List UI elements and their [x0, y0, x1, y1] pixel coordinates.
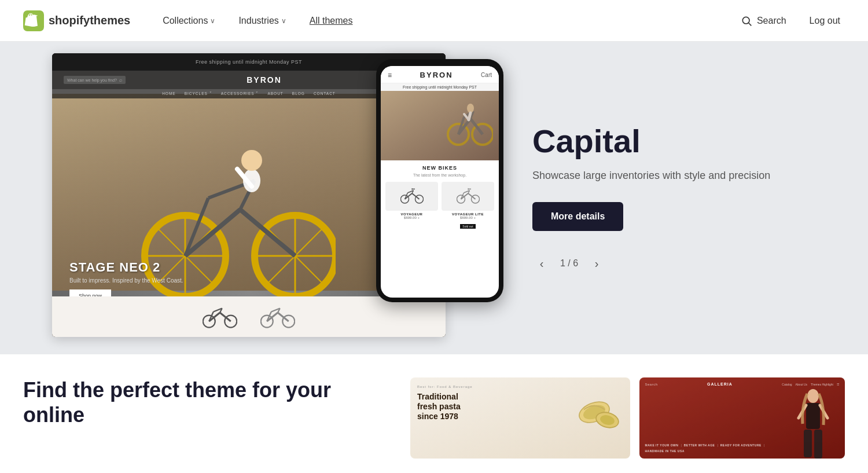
hero-preview: Free shipping until midnight Monday PST: [0, 42, 521, 354]
mobile-hamburger-icon: ≡: [388, 71, 392, 79]
mobile-bike-img-1: [385, 182, 438, 211]
theme-card-galleria[interactable]: Search GALLERIA Catalog About Us Themes …: [639, 377, 845, 459]
mobile-header: ≡ BYRON Cart: [381, 66, 499, 83]
header: shopifythemes Collections ∨ Industries ∨…: [0, 0, 868, 42]
mobile-hero-section: STAGE NEO 2 Built to impress. Inspired b…: [381, 91, 499, 160]
sold-out-badge: Sold out: [460, 224, 475, 229]
svg-point-67: [807, 389, 819, 403]
svg-line-2: [749, 23, 752, 25]
mobile-bike-price-2: $699.00 +: [442, 216, 494, 219]
bottom-left: Find the perfect theme for your online: [23, 377, 393, 427]
mobile-inner: ≡ BYRON Cart Free shipping until midnigh…: [381, 66, 499, 298]
svg-rect-69: [804, 430, 812, 457]
svg-point-19: [241, 150, 262, 171]
galleria-tags: MAKE IT YOUR OWN | BETTER WITH AGE | REA…: [645, 443, 805, 453]
list-item: VOYAGEUR LITE $699.00 + Sold out: [442, 182, 494, 230]
mockup-logo: BYRON: [247, 75, 282, 85]
svg-rect-70: [814, 430, 822, 459]
collections-chevron-icon: ∨: [210, 17, 215, 25]
mobile-logo: BYRON: [420, 71, 453, 79]
logout-button[interactable]: Log out: [805, 11, 845, 31]
hero-section: Free shipping until midnight Monday PST: [0, 42, 868, 354]
svg-rect-68: [806, 403, 820, 429]
pagination-text: 1 / 6: [560, 258, 578, 269]
bottom-bike-1: [203, 304, 237, 330]
search-icon: [741, 15, 752, 27]
mobile-bikes-grid: VOYAGEUR $699.00 +: [381, 182, 499, 234]
logo[interactable]: shopifythemes: [23, 10, 130, 31]
mobile-section-sub: The latest from the workshop.: [381, 173, 499, 177]
bottom-thumbnails: Best for: Food & Beverage Traditionalfre…: [410, 377, 845, 459]
mobile-bike-illustration: [447, 97, 493, 149]
search-button[interactable]: Search: [736, 10, 791, 31]
hero-pagination: ‹ 1 / 6 ›: [532, 254, 822, 273]
all-themes-nav-item[interactable]: All themes: [300, 11, 362, 31]
main-nav: Collections ∨ Industries ∨ All themes: [153, 11, 736, 31]
mobile-section-title: NEW BIKES: [381, 160, 499, 173]
pagination-next-button[interactable]: ›: [587, 254, 606, 273]
find-theme-title: Find the perfect theme for your online: [23, 377, 393, 427]
mobile-bike-img-2: [442, 182, 494, 211]
mobile-bike-price-1: $699.00 +: [385, 216, 438, 219]
galleria-logo: GALLERIA: [707, 382, 733, 386]
hero-theme-description: Showcase large inventories with style an…: [532, 168, 822, 184]
pasta-decoration-icon: [573, 386, 626, 438]
hero-cta-button[interactable]: More details: [532, 202, 623, 231]
list-item: VOYAGEUR $699.00 +: [385, 182, 438, 230]
theme-card-giallo[interactable]: Best for: Food & Beverage Traditionalfre…: [410, 377, 630, 459]
mobile-banner: Free shipping until midnight Monday PST: [381, 83, 499, 91]
bottom-bike-2: [260, 304, 295, 330]
collections-nav-item[interactable]: Collections ∨: [153, 11, 225, 31]
logo-text: shopifythemes: [49, 14, 130, 27]
mockup-bottom-bikes: [52, 296, 446, 337]
bike-icon-1: [400, 188, 424, 205]
bottom-section: Find the perfect theme for your online B…: [0, 354, 868, 459]
header-right: Search Log out: [736, 10, 845, 31]
bike-icon-2: [457, 188, 480, 205]
shopify-logo-icon: [23, 10, 44, 31]
hero-theme-name: Capital: [532, 123, 822, 159]
mobile-mockup: ≡ BYRON Cart Free shipping until midnigh…: [376, 59, 503, 302]
hero-info: Capital Showcase large inventories with …: [521, 89, 868, 308]
industries-nav-item[interactable]: Industries ∨: [229, 11, 295, 31]
svg-point-1: [742, 17, 749, 24]
industries-chevron-icon: ∨: [281, 17, 286, 25]
mobile-cart: Cart: [481, 72, 492, 78]
pagination-prev-button[interactable]: ‹: [532, 254, 551, 273]
galleria-nav: Search GALLERIA Catalog About Us Themes …: [639, 382, 845, 386]
